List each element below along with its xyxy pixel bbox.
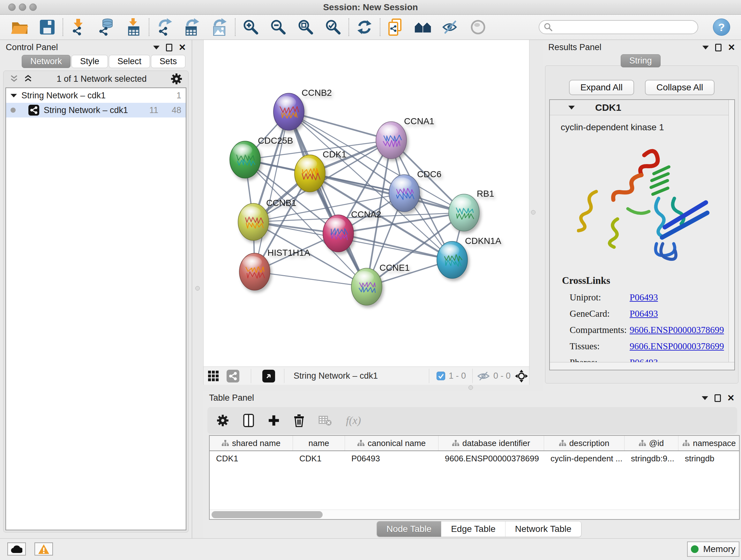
string-view-badge-icon[interactable]: [226, 367, 239, 385]
crosslink-link[interactable]: P06493: [630, 292, 658, 303]
control-panel-tabs: NetworkStyleSelectSets: [22, 55, 192, 68]
tab-node-table[interactable]: Node Table: [377, 521, 441, 537]
close-panel-icon[interactable]: ✕: [179, 44, 186, 51]
network-node-RB1[interactable]: RB1: [449, 189, 494, 231]
tab-network[interactable]: Network: [22, 55, 71, 68]
bottom-splitter-handle[interactable]: [468, 385, 473, 390]
expand-all-button[interactable]: Expand All: [569, 80, 634, 95]
crosslink-link[interactable]: 9606.ENSP00000378699: [630, 341, 724, 352]
float-panel-icon[interactable]: [715, 44, 722, 51]
entry-disclosure-icon[interactable]: [568, 106, 575, 110]
zoom-fit-icon[interactable]: [297, 18, 315, 36]
entry-vertical-scrollbar[interactable]: [729, 100, 734, 362]
import-table-icon[interactable]: [125, 18, 142, 36]
help-button[interactable]: ?: [713, 18, 730, 36]
network-options-gear-icon[interactable]: [171, 73, 183, 85]
show-columns-icon[interactable]: [243, 414, 254, 427]
table-cell[interactable]: CDK1: [293, 451, 345, 466]
warning-button[interactable]: [35, 543, 53, 556]
zoom-window-button[interactable]: [29, 3, 37, 11]
network-node-CCNE1[interactable]: CCNE1: [351, 263, 410, 305]
open-session-icon[interactable]: [11, 18, 29, 36]
export-image-icon[interactable]: [211, 18, 228, 36]
table-cell[interactable]: 9606.ENSP00000378699: [439, 451, 544, 466]
export-network-icon[interactable]: [156, 18, 174, 36]
table-row[interactable]: CDK1CDK1P064939606.ENSP00000378699cyclin…: [210, 451, 739, 466]
open-in-window-icon[interactable]: [262, 367, 275, 385]
network-graph[interactable]: CCNB2CCNA1CDC25BCDK1CDC6RB1CCNB1CCNA2CDK…: [204, 40, 529, 366]
network-edge[interactable]: [255, 272, 367, 287]
tab-network-table[interactable]: Network Table: [506, 521, 581, 537]
close-panel-icon[interactable]: ✕: [728, 44, 735, 51]
zoom-out-icon[interactable]: [269, 18, 287, 36]
collapse-panel-icon[interactable]: [702, 396, 708, 400]
first-neighbors-icon[interactable]: [414, 18, 432, 36]
crosslink-row: Tissues:9606.ENSP00000378699: [550, 341, 726, 352]
close-panel-icon[interactable]: ✕: [727, 394, 735, 402]
search-input[interactable]: [553, 22, 697, 32]
tab-style[interactable]: Style: [71, 55, 108, 68]
close-window-button[interactable]: [8, 3, 16, 11]
column-header-database-identifier[interactable]: database identifier: [439, 436, 544, 450]
show-all-icon[interactable]: [469, 18, 487, 36]
network-node-CCNB1[interactable]: CCNB1: [238, 198, 296, 240]
collapse-panel-icon[interactable]: [702, 46, 709, 50]
export-table-icon[interactable]: [183, 18, 201, 36]
minimize-window-button[interactable]: [19, 3, 26, 11]
column-header-canonical-name[interactable]: canonical name: [345, 436, 439, 450]
network-node-CCNA1[interactable]: CCNA1: [376, 116, 434, 159]
refresh-icon[interactable]: [355, 18, 374, 36]
crosslink-link[interactable]: 9606.ENSP00000378699: [630, 325, 724, 335]
crosslink-link[interactable]: P06493: [630, 308, 658, 319]
import-network-icon[interactable]: [70, 18, 87, 36]
tab-edge-table[interactable]: Edge Table: [441, 521, 506, 537]
collection-disclosure-icon[interactable]: [10, 94, 17, 98]
float-panel-icon[interactable]: [166, 44, 172, 51]
memory-button[interactable]: Memory: [687, 542, 739, 557]
entry-horizontal-scrollbar[interactable]: [550, 362, 734, 370]
column-header-shared-name[interactable]: shared name: [210, 436, 293, 450]
table-cell[interactable]: stringdb: [678, 451, 740, 466]
network-node-CDKN1A[interactable]: CDKN1A: [437, 236, 501, 278]
column-header-description[interactable]: description: [544, 436, 624, 450]
network-canvas[interactable]: CCNB2CCNA1CDC25BCDK1CDC6RB1CCNB1CCNA2CDK…: [203, 40, 529, 367]
collapse-panel-icon[interactable]: [153, 46, 159, 50]
save-session-icon[interactable]: [38, 18, 56, 36]
tab-select[interactable]: Select: [109, 55, 150, 68]
scrollbar-thumb[interactable]: [212, 511, 323, 518]
tab-string[interactable]: String: [621, 54, 661, 67]
collapse-all-networks-icon[interactable]: [23, 75, 33, 83]
column-header-name[interactable]: name: [293, 436, 345, 450]
duplicate-network-icon[interactable]: [387, 18, 405, 36]
table-cell[interactable]: P06493: [345, 451, 439, 466]
table-cell[interactable]: cyclin-dependent ...: [544, 451, 624, 466]
network-edge[interactable]: [338, 233, 452, 260]
table-cell[interactable]: stringdb:9...: [624, 451, 678, 466]
table-horizontal-scrollbar[interactable]: [210, 509, 739, 519]
zoom-selected-icon[interactable]: [324, 18, 342, 36]
expand-all-networks-icon[interactable]: [9, 75, 19, 83]
delete-column-trash-icon[interactable]: [293, 414, 305, 427]
float-panel-icon[interactable]: [715, 394, 721, 402]
import-database-icon[interactable]: [97, 18, 115, 36]
zoom-in-icon[interactable]: [242, 18, 260, 36]
network-collection-row[interactable]: String Network – cdk1 1: [6, 88, 186, 103]
hide-selected-icon[interactable]: [442, 18, 460, 36]
pan-crosshair-icon[interactable]: [515, 367, 528, 385]
network-node-HIST1H1A[interactable]: HIST1H1A: [239, 248, 310, 290]
network-edge[interactable]: [289, 112, 367, 287]
left-splitter-handle[interactable]: [195, 286, 200, 291]
selected-checkbox-icon[interactable]: [436, 367, 445, 385]
tab-sets[interactable]: Sets: [151, 55, 185, 68]
hidden-eye-slash-icon[interactable]: [477, 367, 490, 385]
column-header-namespace[interactable]: namespace: [678, 436, 740, 450]
network-row[interactable]: String Network – cdk1 11 48: [6, 103, 186, 118]
column-header--id[interactable]: @id: [624, 436, 678, 450]
grid-view-icon[interactable]: [208, 367, 219, 385]
create-column-plus-icon[interactable]: [268, 415, 280, 426]
cloud-button[interactable]: [7, 543, 26, 556]
right-splitter-handle[interactable]: [531, 210, 536, 214]
collapse-all-button[interactable]: Collapse All: [645, 80, 715, 95]
table-options-gear-icon[interactable]: [216, 414, 229, 427]
table-cell[interactable]: CDK1: [210, 451, 293, 466]
